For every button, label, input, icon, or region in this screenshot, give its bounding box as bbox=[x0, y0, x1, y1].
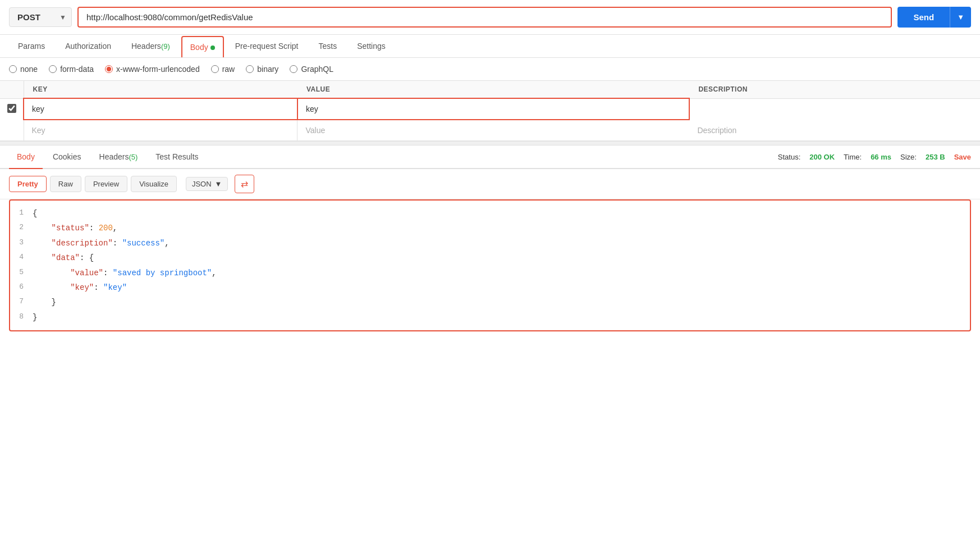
response-tab-cookies[interactable]: Cookies bbox=[45, 145, 89, 168]
placeholder-description-input[interactable] bbox=[689, 120, 962, 140]
code-line-5: 5 "value": "saved by springboot", bbox=[10, 266, 970, 280]
placeholder-description-cell bbox=[689, 120, 962, 141]
response-tab-body[interactable]: Body bbox=[9, 145, 43, 169]
row-checkbox-cell bbox=[0, 98, 24, 120]
code-line-7: 7 } bbox=[10, 295, 970, 310]
body-types-bar: none form-data x-www-form-urlencoded raw… bbox=[0, 58, 980, 81]
top-bar: POST GET PUT DELETE ▼ Send ▼ bbox=[0, 0, 980, 35]
radio-form-data[interactable]: form-data bbox=[49, 65, 94, 74]
code-line-6: 6 "key": "key" bbox=[10, 280, 970, 295]
response-status-bar: Status: 200 OK Time: 66 ms Size: 253 B S… bbox=[778, 153, 971, 161]
radio-urlencoded[interactable]: x-www-form-urlencoded bbox=[105, 65, 200, 74]
table-header-row: KEY VALUE DESCRIPTION bbox=[0, 81, 980, 98]
response-headers-badge: (5) bbox=[129, 153, 138, 161]
placeholder-key-input[interactable] bbox=[24, 120, 297, 140]
format-dropdown-icon: ▼ bbox=[215, 180, 222, 188]
save-response-link[interactable]: Save bbox=[954, 153, 971, 161]
view-raw-button[interactable]: Raw bbox=[50, 176, 81, 192]
tab-settings[interactable]: Settings bbox=[348, 35, 395, 57]
line-number: 3 bbox=[10, 237, 33, 249]
extra-col-header bbox=[962, 81, 980, 98]
headers-badge: (9) bbox=[161, 42, 170, 51]
method-select[interactable]: POST GET PUT DELETE bbox=[9, 7, 72, 27]
params-table: KEY VALUE DESCRIPTION bbox=[0, 81, 980, 141]
line-content: "value": "saved by springboot", bbox=[33, 267, 970, 279]
tab-body[interactable]: Body bbox=[181, 36, 224, 57]
code-line-8: 8 } bbox=[10, 310, 970, 325]
response-tabs-bar: Body Cookies Headers(5) Test Results Sta… bbox=[0, 145, 980, 169]
value-col-header: VALUE bbox=[297, 81, 689, 98]
radio-urlencoded-input[interactable] bbox=[105, 65, 113, 73]
time-value: 66 ms bbox=[871, 153, 891, 161]
code-line-2: 2 "status": 200, bbox=[10, 221, 970, 235]
placeholder-key-cell bbox=[24, 120, 297, 141]
view-preview-button[interactable]: Preview bbox=[85, 176, 127, 192]
value-cell bbox=[297, 98, 689, 120]
size-value: 253 B bbox=[926, 153, 945, 161]
placeholder-value-cell bbox=[297, 120, 689, 141]
status-label: Status: bbox=[778, 153, 800, 161]
key-input[interactable] bbox=[24, 99, 297, 119]
line-content: "description": "success", bbox=[33, 237, 970, 249]
radio-form-data-input[interactable] bbox=[49, 65, 57, 73]
line-content: } bbox=[33, 311, 970, 324]
value-input[interactable] bbox=[298, 99, 689, 119]
response-code-view: 1 { 2 "status": 200, 3 "description": "s… bbox=[9, 199, 971, 331]
radio-binary[interactable]: binary bbox=[246, 65, 278, 74]
tab-params[interactable]: Params bbox=[9, 35, 54, 57]
line-number: 1 bbox=[10, 207, 33, 219]
line-content: "data": { bbox=[33, 252, 970, 264]
tab-tests[interactable]: Tests bbox=[310, 35, 346, 57]
radio-raw-input[interactable] bbox=[211, 65, 219, 73]
radio-graphql-input[interactable] bbox=[290, 65, 297, 73]
radio-binary-input[interactable] bbox=[246, 65, 254, 73]
row-checkbox-input[interactable] bbox=[7, 104, 16, 113]
line-number: 4 bbox=[10, 252, 33, 263]
tab-headers[interactable]: Headers(9) bbox=[122, 35, 179, 57]
line-number: 2 bbox=[10, 222, 33, 234]
format-select[interactable]: JSON ▼ bbox=[186, 177, 228, 191]
extra-cell bbox=[962, 98, 980, 120]
response-tab-test-results[interactable]: Test Results bbox=[148, 145, 206, 168]
description-input[interactable] bbox=[690, 99, 962, 119]
wrap-button[interactable]: ⇄ bbox=[235, 175, 254, 193]
line-number: 7 bbox=[10, 296, 33, 308]
table-row bbox=[0, 98, 980, 120]
request-tabs-bar: Params Authorization Headers(9) Body Pre… bbox=[0, 35, 980, 58]
tab-authorization[interactable]: Authorization bbox=[56, 35, 120, 57]
line-content: "status": 200, bbox=[33, 222, 970, 234]
radio-none-input[interactable] bbox=[9, 65, 17, 73]
line-number: 6 bbox=[10, 281, 33, 293]
table-row-placeholder bbox=[0, 120, 980, 141]
code-line-1: 1 { bbox=[10, 206, 970, 221]
radio-raw[interactable]: raw bbox=[211, 65, 235, 74]
desc-col-header: DESCRIPTION bbox=[689, 81, 962, 98]
wrap-icon: ⇄ bbox=[241, 179, 248, 189]
code-line-3: 3 "description": "success", bbox=[10, 236, 970, 251]
description-cell bbox=[689, 98, 962, 120]
line-number: 8 bbox=[10, 311, 33, 323]
key-cell bbox=[24, 98, 297, 120]
section-divider bbox=[0, 141, 980, 145]
body-dot-icon bbox=[210, 45, 215, 50]
send-dropdown-button[interactable]: ▼ bbox=[950, 7, 971, 28]
line-content: "key": "key" bbox=[33, 281, 970, 294]
view-visualize-button[interactable]: Visualize bbox=[131, 176, 177, 192]
placeholder-value-input[interactable] bbox=[297, 120, 689, 140]
tab-pre-request[interactable]: Pre-request Script bbox=[226, 35, 308, 57]
radio-graphql[interactable]: GraphQL bbox=[290, 65, 333, 74]
line-number: 5 bbox=[10, 267, 33, 279]
send-btn-wrapper: Send ▼ bbox=[897, 7, 971, 28]
status-value: 200 OK bbox=[809, 153, 835, 161]
send-button[interactable]: Send bbox=[897, 7, 950, 28]
radio-none[interactable]: none bbox=[9, 65, 38, 74]
view-pretty-button[interactable]: Pretty bbox=[9, 176, 47, 192]
placeholder-extra-cell bbox=[962, 120, 980, 141]
url-input[interactable] bbox=[77, 7, 892, 28]
response-tab-headers[interactable]: Headers(5) bbox=[91, 145, 146, 168]
view-format-bar: Pretty Raw Preview Visualize JSON ▼ ⇄ bbox=[0, 169, 980, 199]
method-select-wrapper: POST GET PUT DELETE ▼ bbox=[9, 7, 72, 27]
key-col-header: KEY bbox=[24, 81, 297, 98]
checkbox-col-header bbox=[0, 81, 24, 98]
response-area: Body Cookies Headers(5) Test Results Sta… bbox=[0, 145, 980, 331]
